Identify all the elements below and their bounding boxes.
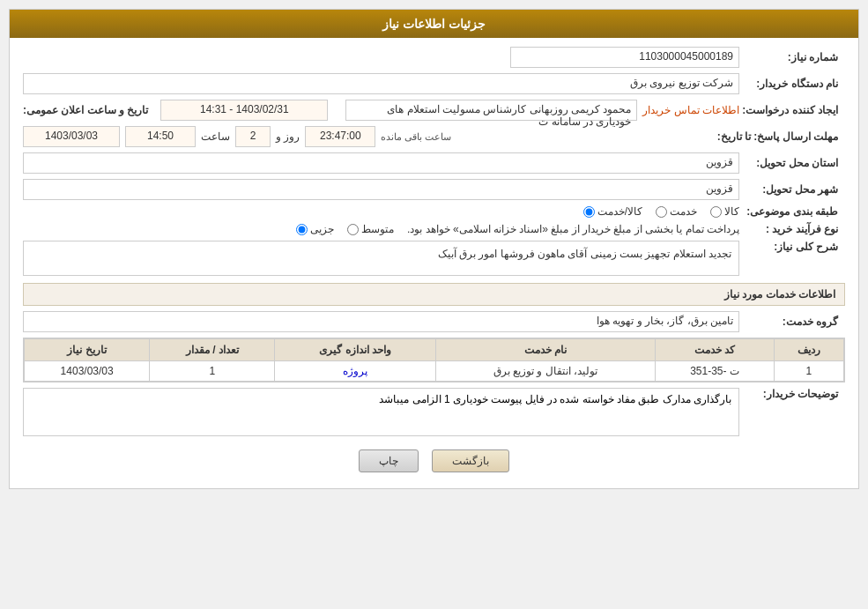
announce-date-value: 1403/02/31 - 14:31 xyxy=(160,100,328,121)
category-goods-service-radio[interactable] xyxy=(583,206,595,218)
creator-label: ایجاد کننده درخواست: xyxy=(739,104,845,116)
service-group-label: گروه خدمت: xyxy=(739,316,845,328)
category-service-label: خدمت xyxy=(670,205,697,218)
col-header-code: کد خدمت xyxy=(656,339,774,361)
deadline-label: مهلت ارسال پاسخ: تا تاریخ: xyxy=(717,130,845,143)
category-goods-radio[interactable] xyxy=(710,206,722,218)
buyer-notes-value[interactable] xyxy=(23,388,739,436)
category-service-radio[interactable] xyxy=(656,206,667,218)
purchase-type-desc: پرداخت تمام یا بخشی از مبلغ خریدار از مب… xyxy=(407,223,739,235)
services-section-header: اطلاعات خدمات مورد نیاز xyxy=(23,283,845,306)
purchase-type-row: نوع فرآیند خرید : پرداخت تمام یا بخشی از… xyxy=(23,223,845,235)
table-cell: 1 xyxy=(774,361,843,382)
remaining-label: ساعت باقی مانده xyxy=(381,131,451,143)
buyer-org-label: نام دستگاه خریدار: xyxy=(739,78,845,90)
category-goods-service-option: کالا/خدمت xyxy=(583,205,642,218)
category-goods-option: کالا xyxy=(710,205,739,218)
print-button[interactable]: چاپ xyxy=(359,449,419,472)
services-table-wrapper: ردیف کد خدمت نام خدمت واحد اندازه گیری ت… xyxy=(23,338,845,382)
announce-date-label: تاریخ و ساعت اعلان عمومی: xyxy=(23,104,155,116)
need-number-value: 1103000045000189 xyxy=(510,47,739,68)
creator-value: محمود کریمی روزبهانی کارشناس مسولیت استع… xyxy=(345,100,637,121)
creator-contact-link[interactable]: اطلاعات تماس خریدار xyxy=(642,104,739,116)
province-label: استان محل تحویل: xyxy=(739,157,845,169)
category-service-option: خدمت xyxy=(656,205,697,218)
table-cell: تولید، انتقال و توزیع برق xyxy=(435,361,656,382)
city-value: قزوین xyxy=(23,179,739,200)
purchase-medium-label: متوسط xyxy=(361,223,394,235)
need-number-label: شماره نیاز: xyxy=(739,51,845,63)
purchase-partial-radio[interactable] xyxy=(296,224,308,235)
creator-row: ایجاد کننده درخواست: اطلاعات تماس خریدار… xyxy=(23,100,845,121)
deadline-row: مهلت ارسال پاسخ: تا تاریخ: ساعت باقی مان… xyxy=(23,126,845,147)
purchase-partial-label: جزیی xyxy=(310,223,334,235)
buyer-notes-label: توضیحات خریدار: xyxy=(739,388,845,400)
services-table: ردیف کد خدمت نام خدمت واحد اندازه گیری ت… xyxy=(24,338,844,382)
category-goods-service-label: کالا/خدمت xyxy=(597,205,642,218)
table-header-row: ردیف کد خدمت نام خدمت واحد اندازه گیری ت… xyxy=(25,339,844,361)
deadline-days-value: 2 xyxy=(235,126,271,147)
col-header-unit: واحد اندازه گیری xyxy=(275,339,435,361)
need-desc-row: شرح کلی نیاز: تجدید استعلام تجهیز بست زم… xyxy=(23,241,845,276)
deadline-date-value: 1403/03/03 xyxy=(23,126,120,147)
category-row: طبقه بندی موضوعی: کالا خدمت کالا/خدمت xyxy=(23,205,845,218)
city-row: شهر محل تحویل: قزوین xyxy=(23,179,845,200)
time-label: ساعت xyxy=(201,130,230,143)
button-row: بازگشت چاپ xyxy=(23,449,845,472)
buyer-notes-row: توضیحات خریدار: xyxy=(23,388,845,439)
category-label: طبقه بندی موضوعی: xyxy=(739,205,845,218)
col-header-qty: تعداد / مقدار xyxy=(150,339,275,361)
table-cell: 1 xyxy=(150,361,275,382)
province-value: قزوین xyxy=(23,152,739,174)
panel-header: جزئیات اطلاعات نیاز xyxy=(10,10,858,38)
service-group-value: تامین برق، گاز، بخار و تهویه هوا xyxy=(23,311,739,332)
city-label: شهر محل تحویل: xyxy=(739,183,845,196)
days-label: روز و xyxy=(276,130,300,143)
col-header-name: نام خدمت xyxy=(435,339,656,361)
col-header-date: تاریخ نیاز xyxy=(25,339,150,361)
need-desc-label: شرح کلی نیاز: xyxy=(739,241,845,253)
deadline-time-value: 14:50 xyxy=(125,126,196,147)
need-desc-value: تجدید استعلام تجهیز بست زمینی آقای ماهون… xyxy=(23,241,739,276)
need-number-row: شماره نیاز: 1103000045000189 xyxy=(23,47,845,68)
purchase-type-label: نوع فرآیند خرید : xyxy=(739,223,845,235)
table-row: 1ت -35-351تولید، انتقال و توزیع برقپروژه… xyxy=(25,361,844,382)
buyer-org-row: نام دستگاه خریدار: شرکت توزیع نیروی برق xyxy=(23,73,845,94)
col-header-row-num: ردیف xyxy=(774,339,843,361)
purchase-partial-option: جزیی xyxy=(296,223,334,235)
table-cell: پروژه xyxy=(275,361,435,382)
purchase-medium-radio[interactable] xyxy=(347,224,359,235)
buyer-org-value: شرکت توزیع نیروی برق xyxy=(23,73,739,94)
province-row: استان محل تحویل: قزوین xyxy=(23,152,845,174)
category-goods-label: کالا xyxy=(724,205,739,218)
table-cell: ت -35-351 xyxy=(656,361,774,382)
back-button[interactable]: بازگشت xyxy=(432,449,509,472)
purchase-medium-option: متوسط xyxy=(347,223,394,235)
deadline-remaining-value: 23:47:00 xyxy=(305,126,375,147)
table-cell: 1403/03/03 xyxy=(25,361,150,382)
service-group-row: گروه خدمت: تامین برق، گاز، بخار و تهویه … xyxy=(23,311,845,332)
